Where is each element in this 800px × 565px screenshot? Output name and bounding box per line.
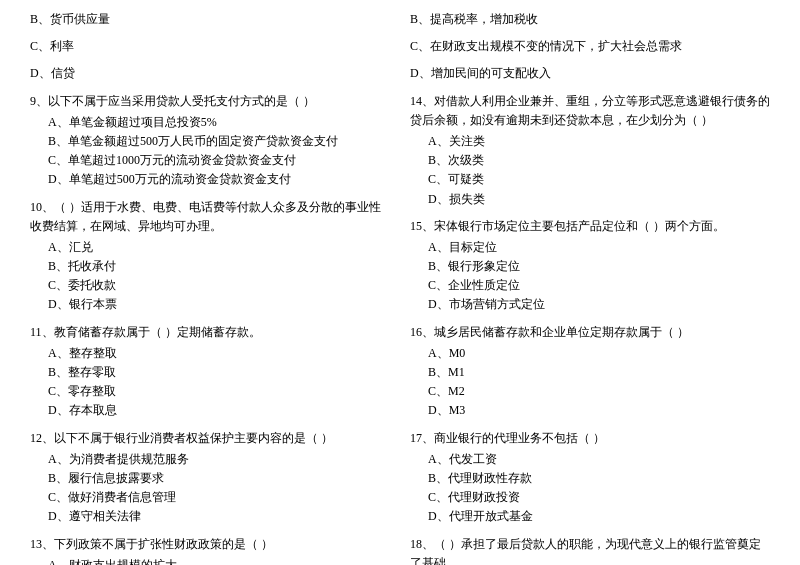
question-block: B、货币供应量 (30, 10, 390, 29)
question-text: C、利率 (30, 37, 390, 56)
question-block: C、利率 (30, 37, 390, 56)
question-block: 14、对借款人利用企业兼并、重组，分立等形式恶意逃避银行债务的贷后余额，如没有逾… (410, 92, 770, 209)
option-text: D、M3 (410, 401, 770, 420)
option-text: B、银行形象定位 (410, 257, 770, 276)
option-text: A、汇兑 (30, 238, 390, 257)
option-text: C、零存整取 (30, 382, 390, 401)
option-text: A、目标定位 (410, 238, 770, 257)
option-text: D、存本取息 (30, 401, 390, 420)
option-text: D、损失类 (410, 190, 770, 209)
question-text: C、在财政支出规模不变的情况下，扩大社会总需求 (410, 37, 770, 56)
question-block: B、提高税率，增加税收 (410, 10, 770, 29)
option-text: A、整存整取 (30, 344, 390, 363)
question-text: 14、对借款人利用企业兼并、重组，分立等形式恶意逃避银行债务的贷后余额，如没有逾… (410, 92, 770, 130)
option-text: D、单笔超过500万元的流动资金贷款资金支付 (30, 170, 390, 189)
option-text: B、履行信息披露要求 (30, 469, 390, 488)
option-text: A、单笔金额超过项目总投资5% (30, 113, 390, 132)
question-text: 12、以下不属于银行业消费者权益保护主要内容的是（ ） (30, 429, 390, 448)
question-text: 18、（ ）承担了最后贷款人的职能，为现代意义上的银行监管奠定了基础。 (410, 535, 770, 566)
question-text: D、信贷 (30, 64, 390, 83)
question-block: 9、以下不属于应当采用贷款人受托支付方式的是（ ）A、单笔金额超过项目总投资5%… (30, 92, 390, 190)
option-text: C、可疑类 (410, 170, 770, 189)
option-text: D、市场营销方式定位 (410, 295, 770, 314)
question-block: 11、教育储蓄存款属于（ ）定期储蓄存款。A、整存整取B、整存零取C、零存整取D… (30, 323, 390, 421)
question-block: C、在财政支出规模不变的情况下，扩大社会总需求 (410, 37, 770, 56)
option-text: C、做好消费者信息管理 (30, 488, 390, 507)
question-block: 18、（ ）承担了最后贷款人的职能，为现代意义上的银行监管奠定了基础。A、银保监… (410, 535, 770, 566)
option-text: A、关注类 (410, 132, 770, 151)
question-text: B、货币供应量 (30, 10, 390, 29)
question-text: 11、教育储蓄存款属于（ ）定期储蓄存款。 (30, 323, 390, 342)
option-text: C、单笔超过1000万元的流动资金贷款资金支付 (30, 151, 390, 170)
question-block: 10、（ ）适用于水费、电费、电话费等付款人众多及分散的事业性收费结算，在网域、… (30, 198, 390, 315)
question-text: 16、城乡居民储蓄存款和企业单位定期存款属于（ ） (410, 323, 770, 342)
question-block: 13、下列政策不属于扩张性财政政策的是（ ）A、财政支出规模的扩大 (30, 535, 390, 566)
question-block: 15、宋体银行市场定位主要包括产品定位和（ ）两个方面。A、目标定位B、银行形象… (410, 217, 770, 315)
option-text: C、M2 (410, 382, 770, 401)
option-text: B、整存零取 (30, 363, 390, 382)
option-text: D、代理开放式基金 (410, 507, 770, 526)
option-text: C、委托收款 (30, 276, 390, 295)
question-text: 17、商业银行的代理业务不包括（ ） (410, 429, 770, 448)
option-text: A、代发工资 (410, 450, 770, 469)
question-text: B、提高税率，增加税收 (410, 10, 770, 29)
option-text: B、M1 (410, 363, 770, 382)
right-column: B、提高税率，增加税收C、在财政支出规模不变的情况下，扩大社会总需求D、增加民间… (400, 10, 770, 565)
question-text: 9、以下不属于应当采用贷款人受托支付方式的是（ ） (30, 92, 390, 111)
question-text: 15、宋体银行市场定位主要包括产品定位和（ ）两个方面。 (410, 217, 770, 236)
option-text: B、代理财政性存款 (410, 469, 770, 488)
question-block: 12、以下不属于银行业消费者权益保护主要内容的是（ ）A、为消费者提供规范服务B… (30, 429, 390, 527)
option-text: A、M0 (410, 344, 770, 363)
option-text: B、次级类 (410, 151, 770, 170)
question-text: D、增加民间的可支配收入 (410, 64, 770, 83)
question-text: 10、（ ）适用于水费、电费、电话费等付款人众多及分散的事业性收费结算，在网域、… (30, 198, 390, 236)
option-text: C、代理财政投资 (410, 488, 770, 507)
option-text: C、企业性质定位 (410, 276, 770, 295)
option-text: D、遵守相关法律 (30, 507, 390, 526)
option-text: B、托收承付 (30, 257, 390, 276)
page-content: B、货币供应量C、利率D、信贷9、以下不属于应当采用贷款人受托支付方式的是（ ）… (30, 10, 770, 565)
question-block: 17、商业银行的代理业务不包括（ ）A、代发工资B、代理财政性存款C、代理财政投… (410, 429, 770, 527)
question-block: D、增加民间的可支配收入 (410, 64, 770, 83)
option-text: B、单笔金额超过500万人民币的固定资产贷款资金支付 (30, 132, 390, 151)
option-text: A、为消费者提供规范服务 (30, 450, 390, 469)
question-block: D、信贷 (30, 64, 390, 83)
option-text: D、银行本票 (30, 295, 390, 314)
question-text: 13、下列政策不属于扩张性财政政策的是（ ） (30, 535, 390, 554)
question-block: 16、城乡居民储蓄存款和企业单位定期存款属于（ ）A、M0B、M1C、M2D、M… (410, 323, 770, 421)
left-column: B、货币供应量C、利率D、信贷9、以下不属于应当采用贷款人受托支付方式的是（ ）… (30, 10, 400, 565)
option-text: A、财政支出规模的扩大 (30, 556, 390, 565)
